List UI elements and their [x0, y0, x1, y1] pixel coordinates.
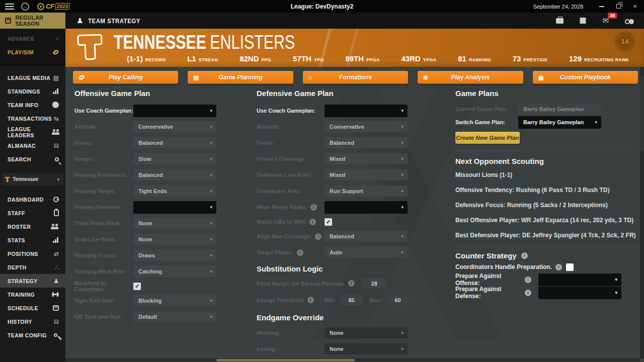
sidebar-item-league-media[interactable]: LEAGUE MEDIA ▤	[0, 71, 65, 84]
focus-select[interactable]: Balanced▾	[325, 137, 408, 148]
tab-play-analysis[interactable]: ⊞ Play Analysis	[418, 71, 523, 84]
close-button[interactable]: ×	[633, 0, 637, 13]
align-man-coverage-select[interactable]: Balanced▾	[325, 231, 408, 242]
tab-play-calling[interactable]: Play Calling	[73, 71, 178, 84]
sidebar-item-schedule[interactable]: SCHEDULE	[0, 301, 65, 315]
prepare-against-defense-row: Prepare Against Defense: ▾	[455, 286, 642, 299]
primary-receiver-select[interactable]: ▾	[133, 201, 216, 214]
database-icon[interactable]	[580, 18, 586, 20]
vertical-scrollbar-thumb[interactable]	[640, 76, 643, 151]
wear-player-radio-select[interactable]: ▾	[325, 201, 408, 214]
minimize-button[interactable]	[599, 6, 604, 7]
create-new-game-plan-button[interactable]: Create New Game Plan	[455, 132, 520, 144]
sidebar-item-league-leaders[interactable]: LEAGUE LEADERS	[0, 125, 65, 139]
dumbbell-icon	[52, 294, 59, 295]
energy-min-input[interactable]: 85	[341, 295, 363, 305]
energy-max-input[interactable]: 60	[387, 295, 409, 305]
passing-target-select[interactable]: Tight Ends▾	[133, 186, 216, 197]
chevron-down-icon: ▾	[615, 290, 617, 295]
binoculars-icon[interactable]	[625, 19, 633, 24]
people-icon	[51, 224, 59, 230]
sidebar-item-depth[interactable]: DEPTH ∴	[0, 260, 65, 274]
tab-game-planning[interactable]: ▤ Game Planning	[188, 71, 293, 84]
info-icon[interactable]	[307, 297, 314, 303]
target-player-select[interactable]: Auto▾	[325, 247, 408, 258]
sidebar-item-play-sim[interactable]: PLAY/SIM	[0, 45, 65, 59]
sidebar-item-almanac[interactable]: ALMANAC ⊟	[0, 139, 65, 152]
linebacker-role-select[interactable]: Run Support▾	[325, 186, 408, 197]
stat-ranking: 81RANKING	[458, 54, 491, 63]
prepare-against-offense-select[interactable]: ▾	[538, 274, 621, 286]
prepare-against-offense-row: Prepare Against Offense: ▾	[455, 273, 642, 286]
horizontal-scrollbar[interactable]	[65, 358, 640, 362]
tab-custom-playbook[interactable]: ▣ Custom Playbook	[533, 71, 638, 84]
running-focus-select[interactable]: Draws▾	[133, 250, 216, 261]
chevron-down-icon: ▾	[401, 330, 404, 335]
section-title: Substitution Logic	[257, 264, 418, 273]
winning-override-select[interactable]: None▾	[325, 327, 408, 338]
third-down-back-select[interactable]: None▾	[133, 218, 216, 229]
info-icon[interactable]	[525, 290, 531, 296]
briefcase-icon[interactable]	[556, 18, 564, 24]
sidebar-item-search[interactable]: SEARCH	[0, 152, 65, 166]
info-icon[interactable]	[309, 219, 316, 225]
sidebar-item-training[interactable]: TRAINING	[0, 288, 65, 301]
sidebar-item-staff[interactable]: STAFF	[0, 206, 65, 220]
passing-preference-select[interactable]: Balanced▾	[133, 169, 216, 180]
info-circle-icon	[52, 102, 59, 108]
point-margin-input[interactable]: 28	[362, 279, 387, 289]
goal-line-back-select[interactable]: None▾	[133, 234, 216, 245]
sidebar-item-dashboard[interactable]: DASHBOARD	[0, 193, 65, 206]
use-coach-gameplan-select[interactable]: ▾	[133, 105, 216, 117]
chess-piece-icon: ♟	[76, 16, 83, 25]
switch-game-plan-select[interactable]: Barry Bailey Gameplan▾	[518, 116, 601, 129]
sidebar-item-team-config[interactable]: TEAM CONFIG	[0, 328, 65, 342]
chevron-down-icon: ▾	[615, 277, 617, 282]
mail-button[interactable]: ✉ 38	[602, 16, 609, 25]
info-icon[interactable]	[315, 233, 321, 240]
attitude-select[interactable]: Conservative▾	[133, 121, 216, 132]
info-icon[interactable]	[310, 204, 317, 211]
info-icon[interactable]	[521, 252, 528, 259]
football-icon	[78, 74, 85, 80]
focus-select[interactable]: Balanced▾	[133, 137, 216, 148]
chevron-down-icon: ▾	[401, 124, 404, 129]
chevron-down-icon: ▾	[57, 177, 59, 182]
sidebar-item-transactions[interactable]: TRANSACTIONS ⇆	[0, 112, 65, 125]
coordinators-handle-preparation-checkbox[interactable]	[566, 263, 574, 271]
sidebar-item-strategy[interactable]: STRATEGY ♟	[0, 274, 65, 288]
sidebar-item-stats[interactable]: STATS	[0, 233, 65, 247]
tab-formations[interactable]: ∴ Formations	[303, 71, 408, 84]
regular-season-badge[interactable]: REGULAR SEASON	[0, 13, 65, 29]
qb-tuck-and-run-select[interactable]: Default▾	[133, 311, 216, 322]
sidebar-item-standings[interactable]: STANDINGS	[0, 84, 65, 98]
prepare-against-defense-select[interactable]: ▾	[538, 287, 621, 299]
info-icon[interactable]	[348, 280, 355, 287]
info-icon[interactable]	[555, 264, 562, 270]
running-back-role-select[interactable]: Catching▾	[133, 266, 216, 277]
sidebar-item-history[interactable]: HISTORY ⊟	[0, 315, 65, 328]
calendar-icon	[53, 305, 59, 311]
restore-button[interactable]	[616, 4, 621, 9]
match-cbs-to-wrs-checkbox[interactable]	[325, 218, 332, 226]
tempo-select[interactable]: Slow▾	[133, 153, 216, 164]
primary-coverage-select[interactable]: Mixed▾	[325, 153, 408, 164]
info-icon[interactable]	[525, 277, 531, 283]
horizontal-scrollbar-thumb[interactable]	[216, 359, 355, 361]
attitude-select[interactable]: Conservative▾	[325, 121, 408, 132]
defensive-line-role-select[interactable]: Mixed▾	[325, 169, 408, 180]
vertical-scrollbar[interactable]	[640, 67, 644, 358]
tight-end-role-select[interactable]: Blocking▾	[133, 295, 216, 306]
sidebar-item-team-info[interactable]: TEAM INFO	[0, 98, 65, 112]
sidebar-item-positions[interactable]: POSITIONS ⇄	[0, 247, 65, 260]
sidebar-item-advance[interactable]: ADVANCE »	[0, 32, 65, 45]
sidebar-item-roster[interactable]: ROSTER	[0, 220, 65, 233]
info-icon[interactable]	[297, 249, 303, 256]
jersey-watermark: 14	[614, 31, 636, 52]
scouting-opponent: Missouri Lions (1-1)	[455, 167, 642, 183]
chevron-down-icon: ▾	[210, 314, 212, 319]
backfield-by-committee-checkbox[interactable]	[133, 283, 141, 290]
losing-override-select[interactable]: None▾	[325, 343, 408, 354]
team-select-dropdown[interactable]: T Tennessee ▾	[2, 173, 63, 186]
use-coach-gameplan-select[interactable]: ▾	[325, 105, 408, 117]
